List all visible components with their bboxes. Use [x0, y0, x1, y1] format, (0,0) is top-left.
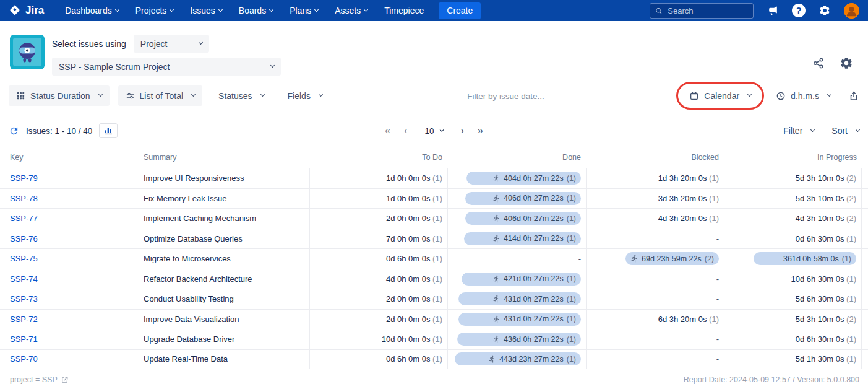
todo-duration-cell: 2d 0h 0m 0s (1) — [309, 289, 447, 309]
time-format-value: d.h.m.s — [791, 91, 819, 101]
table-row: SSP-77 Implement Caching Mechanism 2d 0h… — [0, 208, 868, 229]
done-duration-cell: 443d 23h 27m 22s(1) — [447, 350, 586, 369]
search-input[interactable] — [666, 6, 748, 16]
page-size-dropdown[interactable]: 10 — [421, 126, 447, 136]
issue-key-link[interactable]: SSP-79 — [10, 173, 38, 183]
last-page-button[interactable]: » — [478, 126, 483, 136]
table-row: SSP-75 Migrate to Microservices 0d 6h 0m… — [0, 248, 868, 269]
announcements-icon[interactable] — [765, 3, 780, 18]
gear-icon[interactable] — [817, 3, 832, 18]
todo-duration-cell: 7d 0h 0m 0s (1) — [309, 229, 447, 249]
issue-summary: Optimize Database Queries — [144, 234, 309, 243]
export-icon — [848, 90, 859, 102]
blocked-duration-cell: - — [586, 289, 724, 309]
share-button[interactable] — [812, 51, 825, 76]
chevron-down-icon — [98, 92, 102, 97]
nav-item-dashboards[interactable]: Dashboards — [65, 6, 119, 15]
blocked-duration-cell: 1d 3h 20m 0s (1) — [586, 168, 724, 188]
calendar-label: Calendar — [704, 91, 739, 101]
nav-item-projects[interactable]: Projects — [135, 6, 174, 15]
query-summary-link[interactable]: project = SSP — [10, 375, 69, 384]
filter-dropdown[interactable]: Filter — [783, 126, 814, 136]
chart-view-button[interactable] — [99, 123, 118, 138]
time-format-dropdown[interactable]: d.h.m.s — [768, 85, 838, 106]
next-page-button[interactable]: › — [461, 126, 464, 136]
first-page-button[interactable]: « — [385, 126, 390, 136]
duration-bar: 431d 0h 27m 22s(1) — [458, 292, 581, 305]
chevron-down-icon — [199, 40, 203, 45]
report-type-dropdown[interactable]: Status Duration — [9, 85, 110, 106]
inprogress-duration-cell: 5d 1h 30m 0s (1) — [724, 350, 862, 369]
todo-duration-cell: 2d 0h 0m 0s (1) — [309, 209, 447, 229]
issue-key-link[interactable]: SSP-70 — [10, 354, 38, 364]
report-type-value: Status Duration — [30, 91, 90, 101]
table-body: SSP-79 Improve UI Responsiveness 1d 0h 0… — [0, 168, 868, 369]
nav-item-boards[interactable]: Boards — [239, 6, 273, 15]
sliders-icon — [126, 91, 135, 100]
settings-button[interactable] — [840, 51, 853, 76]
issue-key-link[interactable]: SSP-75 — [10, 254, 38, 263]
scope-dropdown[interactable]: Project — [134, 35, 209, 53]
todo-duration-cell: 1d 0h 0m 0s (1) — [309, 168, 447, 188]
issue-key-link[interactable]: SSP-78 — [10, 194, 38, 203]
issue-summary: Implement Caching Mechanism — [144, 214, 309, 223]
runner-icon — [488, 355, 496, 363]
nav-item-assets[interactable]: Assets — [335, 6, 367, 15]
issue-key-link[interactable]: SSP-76 — [10, 234, 38, 243]
statuses-label: Statuses — [218, 91, 252, 101]
calendar-dropdown[interactable]: Calendar — [682, 85, 758, 106]
done-duration-cell: 406d 0h 27m 22s(1) — [447, 189, 586, 209]
export-button[interactable] — [848, 90, 859, 102]
duration-bar: 361d 0h 58m 0s(1) — [754, 252, 856, 265]
blocked-duration-cell: 69d 23h 59m 22s(2) — [586, 249, 724, 269]
statuses-dropdown[interactable]: Statuses — [211, 85, 271, 106]
done-duration-cell: - — [447, 249, 586, 269]
refresh-button[interactable] — [9, 126, 19, 136]
blocked-duration-cell: - — [586, 329, 724, 349]
issue-key-link[interactable]: SSP-71 — [10, 334, 38, 344]
duration-bar: 436d 0h 27m 22s(1) — [457, 333, 581, 346]
inprogress-duration-cell: 5d 3h 10m 0s (2) — [724, 189, 862, 209]
select-issues-label: Select issues using — [52, 39, 126, 49]
project-dropdown[interactable]: SSP - Sample Scrum Project — [52, 58, 281, 76]
fields-dropdown[interactable]: Fields — [280, 85, 330, 106]
chevron-down-icon — [270, 63, 275, 68]
issue-key-link[interactable]: SSP-72 — [10, 315, 38, 324]
avatar[interactable] — [844, 3, 859, 19]
chevron-down-icon — [170, 7, 174, 11]
issue-summary: Fix Memory Leak Issue — [144, 194, 309, 203]
create-button[interactable]: Create — [439, 2, 481, 19]
todo-duration-cell: 10d 0h 0m 0s (1) — [309, 329, 447, 349]
duration-bar: 404d 0h 27m 22s(1) — [466, 172, 581, 185]
issue-key-link[interactable]: SSP-74 — [10, 274, 38, 284]
column-header-todo: To Do — [309, 153, 447, 162]
inprogress-duration-cell: 5d 6h 30m 0s (1) — [724, 289, 862, 309]
issue-summary: Refactor Backend Architecture — [144, 274, 309, 284]
global-search[interactable] — [650, 3, 754, 19]
fields-label: Fields — [288, 91, 311, 101]
issue-key-link[interactable]: SSP-77 — [10, 214, 38, 223]
sort-dropdown[interactable]: Sort — [831, 126, 859, 136]
nav-item-plans[interactable]: Plans — [290, 6, 318, 15]
issue-date-filter-input[interactable] — [338, 91, 673, 102]
blocked-duration-cell: - — [586, 229, 724, 249]
prev-page-button[interactable]: ‹ — [404, 126, 407, 136]
duration-bar: 443d 23h 27m 22s(1) — [455, 352, 581, 365]
top-navbar: Jira DashboardsProjectsIssuesBoardsPlans… — [0, 0, 868, 21]
duration-bar: 414d 0h 27m 22s(1) — [464, 232, 581, 245]
runner-icon — [630, 255, 638, 263]
nav-item-timepiece[interactable]: Timepiece — [384, 6, 424, 15]
jira-logo[interactable]: Jira — [9, 4, 44, 17]
issue-key-link[interactable]: SSP-73 — [10, 294, 38, 303]
todo-duration-cell: 0d 6h 0m 0s (1) — [309, 249, 447, 269]
runner-icon — [492, 315, 501, 323]
clock-icon — [776, 91, 786, 101]
chevron-down-icon — [747, 92, 752, 97]
nav-item-issues[interactable]: Issues — [190, 6, 221, 15]
help-icon[interactable]: ? — [792, 4, 806, 17]
todo-duration-cell: 2d 0h 0m 0s (1) — [309, 310, 447, 329]
gear-icon — [840, 56, 853, 70]
chevron-down-icon — [364, 7, 368, 11]
aggregation-dropdown[interactable]: List of Total — [118, 85, 203, 106]
blocked-duration-cell: - — [586, 350, 724, 369]
